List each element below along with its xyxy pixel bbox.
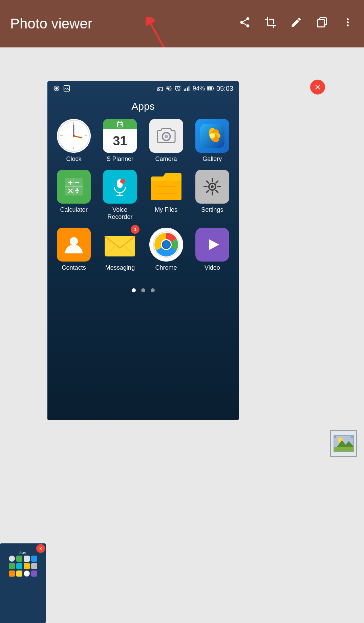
camera-app-icon	[149, 119, 183, 153]
video-app-icon	[195, 228, 229, 262]
close-screenshot-button[interactable]	[310, 80, 325, 95]
app-messaging[interactable]: 1 Messaging	[100, 228, 140, 272]
more-options-icon[interactable]	[342, 16, 354, 32]
app-calculator[interactable]: Calculator	[54, 170, 93, 221]
chrome-app-label: Chrome	[155, 264, 177, 272]
content-area: 94% 05:03 Apps	[0, 47, 364, 623]
svg-point-45	[120, 179, 125, 184]
mini-app-4	[31, 556, 37, 562]
app-settings[interactable]: Settings	[193, 170, 232, 221]
mini-app-7	[24, 563, 30, 569]
app-gallery[interactable]: Gallery	[193, 119, 232, 163]
camera-mode-icon	[53, 85, 60, 92]
app-camera[interactable]: Camera	[147, 119, 186, 163]
toolbar: Photo viewer	[0, 0, 364, 47]
clock-app-label: Clock	[66, 155, 82, 163]
gallery-app-label: Gallery	[202, 155, 222, 163]
svg-point-55	[70, 237, 78, 245]
app-contacts[interactable]: Contacts	[54, 228, 93, 272]
svg-rect-75	[351, 436, 353, 438]
app-splanner[interactable]: 31 S Planner	[100, 119, 140, 163]
mini-app-grid	[9, 556, 37, 577]
image-icon	[63, 85, 70, 92]
app-clock[interactable]: Clock	[54, 119, 93, 163]
svg-rect-5	[64, 86, 70, 91]
svg-point-23	[165, 135, 168, 138]
mini-app-8	[31, 563, 37, 569]
calculator-app-label: Calculator	[60, 206, 88, 214]
svg-point-30	[210, 133, 215, 139]
status-left-icons	[53, 85, 70, 92]
mini-preview: × Apps	[0, 543, 46, 623]
svg-rect-9	[188, 86, 189, 91]
app-voice-recorder[interactable]: Voice Recorder	[100, 170, 140, 221]
page-dot-1	[132, 288, 136, 292]
contacts-app-label: Contacts	[62, 264, 86, 272]
camera-app-label: Camera	[155, 155, 177, 163]
splanner-date: 31	[103, 129, 137, 153]
mini-app-5	[9, 563, 15, 569]
svg-point-39	[77, 188, 78, 190]
apps-screen-title: Apps	[47, 101, 239, 112]
page-title: Photo viewer	[10, 16, 92, 32]
mini-app-10	[16, 570, 22, 577]
messaging-app-icon: 1	[103, 228, 137, 262]
phone-screenshot: 94% 05:03 Apps	[47, 81, 239, 420]
svg-rect-8	[187, 87, 188, 91]
battery-percent: 94%	[193, 85, 205, 92]
voice-recorder-app-label: Voice Recorder	[107, 206, 132, 221]
mute-icon	[166, 85, 172, 92]
svg-rect-74	[334, 436, 336, 438]
edit-icon[interactable]	[290, 16, 302, 32]
status-right-icons: 94% 05:03	[157, 85, 233, 92]
svg-rect-7	[185, 88, 186, 91]
cast-icon	[157, 85, 164, 92]
share-icon[interactable]	[239, 16, 251, 32]
page-dot-2	[141, 288, 145, 292]
chrome-app-icon	[149, 228, 183, 262]
page-dot-3	[151, 288, 155, 292]
alarm-icon	[174, 85, 181, 92]
mini-content: Apps	[0, 543, 46, 623]
splanner-app-label: S Planner	[107, 155, 133, 163]
svg-point-61	[163, 241, 170, 248]
mini-app-2	[16, 556, 22, 562]
mini-app-3	[24, 556, 30, 562]
voice-recorder-app-icon	[103, 170, 137, 204]
my-files-app-icon	[149, 170, 183, 204]
window-icon[interactable]	[316, 16, 328, 32]
contacts-app-icon	[57, 228, 91, 262]
gallery-app-icon	[195, 119, 229, 153]
svg-point-40	[77, 191, 78, 193]
mini-app-1	[9, 556, 15, 562]
app-my-files[interactable]: My Files	[147, 170, 186, 221]
app-video[interactable]: Video	[193, 228, 232, 272]
app-chrome[interactable]: Chrome	[147, 228, 186, 272]
splanner-app-icon: 31	[103, 119, 137, 153]
svg-rect-12	[213, 87, 214, 89]
messaging-app-label: Messaging	[105, 264, 135, 272]
mini-apps-title: Apps	[19, 551, 26, 554]
crop-icon[interactable]	[264, 16, 277, 32]
mini-app-11	[24, 570, 30, 577]
messaging-badge: 1	[131, 225, 140, 234]
app-grid: Clock 31 S Planner	[47, 119, 239, 271]
mini-close-button[interactable]: ×	[36, 544, 45, 553]
svg-point-4	[55, 87, 58, 89]
status-bar: 94% 05:03	[47, 81, 239, 96]
mini-app-12	[31, 570, 37, 577]
svg-line-2	[151, 24, 166, 51]
svg-rect-0	[318, 20, 325, 27]
thumbnail-image	[330, 430, 357, 457]
signal-icon	[183, 85, 191, 92]
video-app-label: Video	[205, 264, 220, 272]
battery-icon	[207, 86, 214, 91]
status-time: 05:03	[216, 85, 233, 92]
svg-rect-6	[184, 89, 185, 91]
page-indicator	[47, 288, 239, 292]
clock-app-icon	[57, 119, 91, 153]
settings-app-icon	[195, 170, 229, 204]
calculator-app-icon	[57, 170, 91, 204]
mini-app-9	[9, 570, 15, 577]
my-files-app-label: My Files	[155, 206, 177, 214]
